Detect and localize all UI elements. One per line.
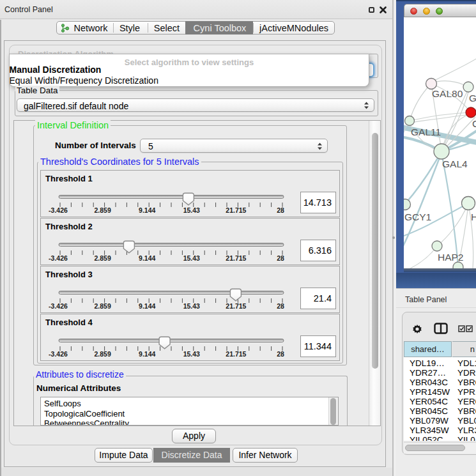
- svg-text:2.859: 2.859: [94, 350, 111, 358]
- svg-text:9.144: 9.144: [139, 350, 155, 358]
- svg-text:2.859: 2.859: [94, 206, 111, 214]
- svg-text:28: 28: [277, 254, 284, 262]
- svg-text:GA: GA: [469, 93, 476, 104]
- svg-text:15.43: 15.43: [183, 350, 200, 358]
- svg-text:9.144: 9.144: [139, 254, 155, 262]
- svg-text:GCY1: GCY1: [404, 211, 431, 222]
- svg-text:-3.426: -3.426: [49, 302, 68, 310]
- svg-text:21.715: 21.715: [226, 350, 246, 358]
- svg-text:9.144: 9.144: [139, 206, 155, 214]
- svg-text:GAL80: GAL80: [432, 88, 463, 99]
- svg-text:-3.426: -3.426: [49, 254, 68, 262]
- svg-text:21.715: 21.715: [226, 302, 246, 310]
- svg-text:2.859: 2.859: [94, 254, 111, 262]
- svg-text:21.715: 21.715: [226, 206, 246, 214]
- svg-text:21.715: 21.715: [226, 254, 246, 262]
- svg-text:28: 28: [277, 206, 284, 214]
- svg-text:GAL4: GAL4: [442, 158, 468, 169]
- svg-text:HAP2: HAP2: [438, 252, 464, 263]
- svg-text:9.144: 9.144: [139, 302, 155, 310]
- svg-text:15.43: 15.43: [183, 302, 200, 310]
- svg-text:-3.426: -3.426: [49, 350, 68, 358]
- svg-text:-3.426: -3.426: [49, 206, 68, 214]
- svg-text:2.859: 2.859: [94, 302, 111, 310]
- svg-text:15.43: 15.43: [183, 254, 200, 262]
- svg-text:H: H: [471, 211, 476, 222]
- svg-text:C: C: [472, 118, 476, 129]
- svg-text:28: 28: [277, 350, 284, 358]
- svg-text:15.43: 15.43: [183, 206, 200, 214]
- svg-text:GAL11: GAL11: [411, 127, 441, 137]
- svg-text:28: 28: [277, 302, 284, 310]
